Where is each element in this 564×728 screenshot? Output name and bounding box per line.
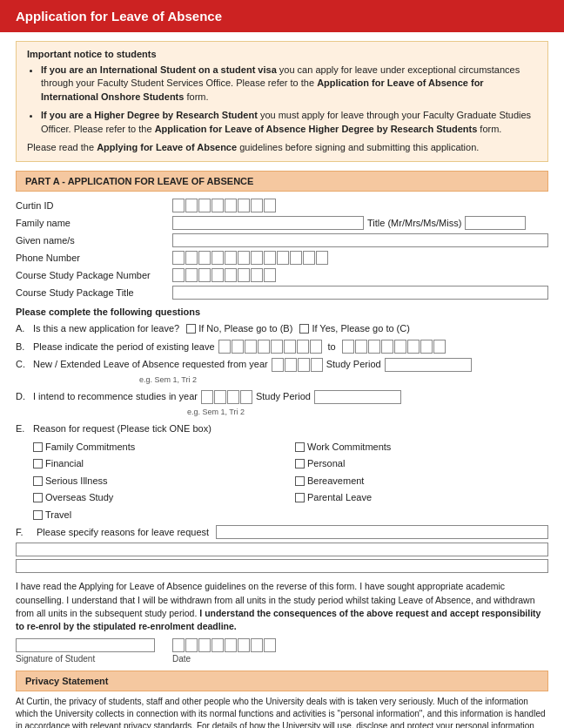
signature-row: Signature of Student Date	[16, 638, 548, 664]
reason-financial-checkbox[interactable]	[33, 459, 43, 468]
notice-item-1: If you are an International Student on a…	[41, 64, 537, 104]
q-a-label-no: If No, Please go to (B)	[198, 321, 292, 336]
curtin-id-seg-1[interactable]	[172, 199, 185, 212]
q-c-study-input[interactable]	[385, 358, 472, 372]
reason-work[interactable]: Work Commitments	[295, 440, 548, 455]
date-input-segmented[interactable]	[172, 638, 276, 652]
reason-overseas[interactable]: Overseas Study	[33, 490, 286, 505]
statement-text: I have read the Applying for Leave of Ab…	[16, 580, 548, 633]
reason-serious[interactable]: Serious Illness	[33, 474, 286, 489]
reason-family[interactable]: Family Commitments	[33, 440, 286, 455]
notice-list: If you are an International Student on a…	[27, 64, 537, 136]
q-b-from-input[interactable]	[218, 340, 322, 354]
q-d-year-input[interactable]	[201, 390, 252, 404]
title-label: Title (Mr/Mrs/Ms/Miss)	[367, 218, 461, 228]
reason-parental[interactable]: Parental Leave	[295, 490, 548, 505]
curtin-id-seg-6[interactable]	[238, 199, 250, 212]
signature-input[interactable]	[16, 638, 155, 652]
course-package-number-label: Course Study Package Number	[16, 270, 172, 280]
questions-title: Please complete the following questions	[16, 307, 548, 317]
reason-work-checkbox[interactable]	[295, 442, 305, 452]
family-name-input[interactable]	[172, 216, 364, 230]
q-a-label: A.	[16, 321, 33, 336]
phone-row: Phone Number	[16, 251, 548, 265]
q-c-study-label: Study Period	[326, 357, 381, 372]
reason-personal[interactable]: Personal	[295, 456, 548, 471]
q-d-study-label: Study Period	[256, 389, 311, 404]
q-d-text: I intend to recommence studies in year	[33, 389, 198, 404]
given-names-input[interactable]	[172, 233, 548, 247]
notice-end-2: form.	[480, 124, 501, 134]
reason-parental-checkbox[interactable]	[295, 493, 305, 502]
q-b-to: to	[328, 340, 336, 354]
curtin-id-seg-7[interactable]	[251, 199, 263, 212]
q-c-year-input[interactable]	[272, 358, 323, 372]
reason-parental-label: Parental Leave	[307, 490, 372, 505]
q-e-text: Reason for request (Please tick ONE box)	[33, 423, 212, 434]
course-package-title-input[interactable]	[172, 286, 548, 300]
phone-label: Phone Number	[16, 253, 172, 263]
curtin-id-seg-5[interactable]	[225, 199, 237, 212]
course-package-number-row: Course Study Package Number	[16, 268, 548, 282]
privacy-text: At Curtin, the privacy of students, staf…	[16, 696, 548, 728]
curtin-id-row: Curtin ID	[16, 199, 548, 212]
curtin-id-seg-2[interactable]	[185, 199, 198, 212]
q-e-label: E.	[16, 421, 33, 436]
question-f-row: F. Please specify reasons for leave requ…	[16, 525, 548, 539]
reason-travel-checkbox[interactable]	[33, 510, 43, 520]
q-a-option2[interactable]: If Yes, Please go to (C)	[299, 321, 410, 336]
question-d-row: D. I intend to recommence studies in yea…	[16, 389, 548, 418]
curtin-id-seg-4[interactable]	[212, 199, 224, 212]
reason-bereavement-checkbox[interactable]	[295, 476, 305, 486]
reason-family-checkbox[interactable]	[33, 442, 43, 452]
notice-bottom: Please read the Applying for Leave of Ab…	[27, 141, 537, 154]
q-d-label: D.	[16, 389, 33, 404]
given-names-row: Given name/s	[16, 233, 548, 247]
notice-end-1: form.	[186, 91, 208, 102]
q-a-option1[interactable]: If No, Please go to (B)	[186, 321, 292, 336]
q-f-extra-line2[interactable]	[16, 559, 548, 573]
course-package-number-input[interactable]	[172, 268, 276, 282]
q-b-to-input[interactable]	[342, 340, 446, 354]
family-name-label: Family name	[16, 218, 172, 228]
given-names-label: Given name/s	[16, 235, 172, 246]
reason-bereavement-label: Bereavement	[307, 474, 364, 489]
curtin-id-label: Curtin ID	[16, 200, 172, 211]
reason-checkboxes: Family Commitments Work Commitments Fina…	[33, 440, 548, 522]
phone-input[interactable]	[172, 251, 328, 265]
reason-travel[interactable]: Travel	[33, 508, 286, 522]
question-c-row: C. New / Extended Leave of Absence reque…	[16, 357, 548, 386]
q-a-label-yes: If Yes, Please go to (C)	[312, 321, 410, 336]
q-d-eg: e.g. Sem 1, Tri 2	[187, 408, 245, 416]
q-a-checkbox-yes[interactable]	[299, 324, 309, 334]
reason-personal-checkbox[interactable]	[295, 459, 305, 468]
question-b-row: B. Please indicate the period of existin…	[16, 340, 548, 354]
reason-bereavement[interactable]: Bereavement	[295, 474, 548, 489]
q-f-extra-line1[interactable]	[16, 543, 548, 556]
curtin-id-input[interactable]	[172, 199, 276, 212]
reason-serious-label: Serious Illness	[45, 474, 108, 489]
curtin-id-seg-3[interactable]	[198, 199, 211, 212]
notice-title: Important notice to students	[27, 49, 537, 59]
q-a-checkbox-no[interactable]	[186, 324, 196, 334]
notice-bold-1: If you are an International Student on a…	[41, 64, 277, 75]
q-f-input[interactable]	[216, 525, 548, 539]
q-c-label: C.	[16, 357, 33, 372]
curtin-id-seg-8[interactable]	[264, 199, 276, 212]
q-d-study-input[interactable]	[314, 390, 401, 404]
q-b-label: B.	[16, 340, 33, 354]
notice-bold-2: If you are a Higher Degree by Research S…	[41, 110, 258, 120]
part-a-header: PART A - APPLICATION FOR LEAVE OF ABSENC…	[16, 171, 548, 192]
reason-overseas-checkbox[interactable]	[33, 493, 43, 502]
title-input[interactable]	[465, 216, 526, 230]
notice-box: Important notice to students If you are …	[16, 41, 548, 162]
q-f-label: F.	[16, 527, 33, 537]
notice-link-2: Application for Leave of Absence Higher …	[155, 124, 478, 134]
page-header: Application for Leave of Absence	[0, 0, 564, 32]
q-a-text: Is this a new application for leave?	[33, 321, 179, 336]
reason-serious-checkbox[interactable]	[33, 476, 43, 486]
course-package-title-row: Course Study Package Title	[16, 286, 548, 300]
date-label: Date	[172, 654, 276, 664]
reason-financial[interactable]: Financial	[33, 456, 286, 471]
reason-overseas-label: Overseas Study	[45, 490, 113, 505]
